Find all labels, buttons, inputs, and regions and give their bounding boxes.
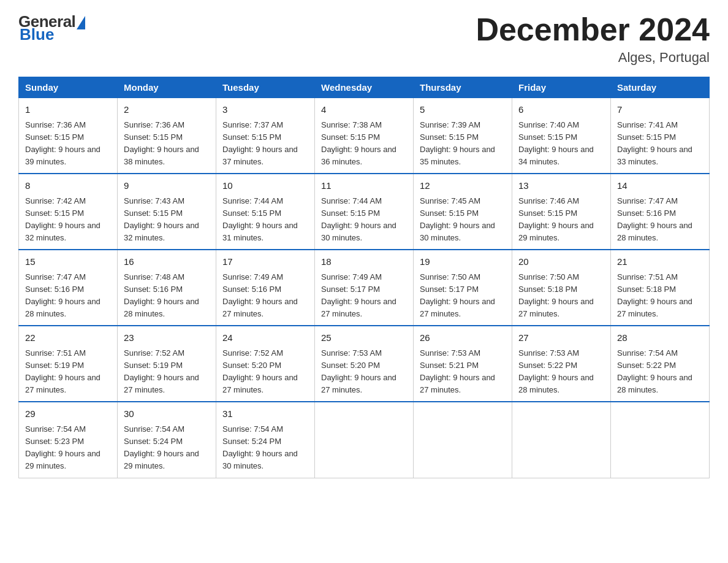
- calendar-cell: 30 Sunrise: 7:54 AMSunset: 5:24 PMDaylig…: [118, 402, 216, 478]
- sunrise-info: Sunrise: 7:54 AMSunset: 5:24 PMDaylight:…: [124, 424, 199, 470]
- day-number: 21: [617, 255, 703, 269]
- sunrise-info: Sunrise: 7:46 AMSunset: 5:15 PMDaylight:…: [518, 196, 594, 242]
- weekday-header-friday: Friday: [512, 77, 611, 98]
- calendar-week-row: 8 Sunrise: 7:42 AMSunset: 5:15 PMDayligh…: [19, 174, 710, 250]
- calendar-cell: 27 Sunrise: 7:53 AMSunset: 5:22 PMDaylig…: [512, 326, 611, 402]
- logo-triangle-icon: [77, 16, 85, 29]
- day-number: 15: [25, 255, 111, 269]
- calendar-cell: 24 Sunrise: 7:52 AMSunset: 5:20 PMDaylig…: [216, 326, 315, 402]
- calendar-cell: 3 Sunrise: 7:37 AMSunset: 5:15 PMDayligh…: [216, 98, 315, 174]
- sunrise-info: Sunrise: 7:51 AMSunset: 5:19 PMDaylight:…: [25, 348, 100, 394]
- day-number: 9: [124, 179, 210, 193]
- sunrise-info: Sunrise: 7:38 AMSunset: 5:15 PMDaylight:…: [321, 120, 396, 166]
- sunrise-info: Sunrise: 7:41 AMSunset: 5:15 PMDaylight:…: [617, 120, 692, 166]
- calendar-cell: 9 Sunrise: 7:43 AMSunset: 5:15 PMDayligh…: [118, 174, 216, 250]
- weekday-header-tuesday: Tuesday: [216, 77, 315, 98]
- weekday-header-thursday: Thursday: [414, 77, 512, 98]
- calendar-cell: 18 Sunrise: 7:49 AMSunset: 5:17 PMDaylig…: [315, 250, 414, 326]
- sunrise-info: Sunrise: 7:53 AMSunset: 5:22 PMDaylight:…: [518, 348, 594, 394]
- sunrise-info: Sunrise: 7:52 AMSunset: 5:19 PMDaylight:…: [124, 348, 199, 394]
- day-number: 2: [124, 103, 210, 117]
- page-header: General Blue December 2024 Alges, Portug…: [18, 12, 710, 66]
- calendar-cell: 19 Sunrise: 7:50 AMSunset: 5:17 PMDaylig…: [414, 250, 512, 326]
- calendar-cell: 6 Sunrise: 7:40 AMSunset: 5:15 PMDayligh…: [512, 98, 611, 174]
- calendar-cell: 14 Sunrise: 7:47 AMSunset: 5:16 PMDaylig…: [611, 174, 710, 250]
- day-number: 10: [222, 179, 308, 193]
- calendar-week-row: 29 Sunrise: 7:54 AMSunset: 5:23 PMDaylig…: [19, 402, 710, 478]
- sunrise-info: Sunrise: 7:36 AMSunset: 5:15 PMDaylight:…: [124, 120, 199, 166]
- day-number: 20: [518, 255, 604, 269]
- day-number: 14: [617, 179, 703, 193]
- sunrise-info: Sunrise: 7:54 AMSunset: 5:23 PMDaylight:…: [25, 424, 100, 470]
- day-number: 28: [617, 331, 703, 345]
- day-number: 23: [124, 331, 210, 345]
- calendar-cell: 20 Sunrise: 7:50 AMSunset: 5:18 PMDaylig…: [512, 250, 611, 326]
- sunrise-info: Sunrise: 7:44 AMSunset: 5:15 PMDaylight:…: [222, 196, 298, 242]
- title-block: December 2024 Alges, Portugal: [476, 12, 710, 66]
- calendar-cell: [315, 402, 414, 478]
- day-number: 7: [617, 103, 703, 117]
- day-number: 26: [420, 331, 506, 345]
- sunrise-info: Sunrise: 7:47 AMSunset: 5:16 PMDaylight:…: [25, 272, 100, 318]
- day-number: 18: [321, 255, 407, 269]
- sunrise-info: Sunrise: 7:54 AMSunset: 5:22 PMDaylight:…: [617, 348, 692, 394]
- day-number: 30: [124, 407, 210, 421]
- calendar-cell: 15 Sunrise: 7:47 AMSunset: 5:16 PMDaylig…: [19, 250, 118, 326]
- calendar-cell: 23 Sunrise: 7:52 AMSunset: 5:19 PMDaylig…: [118, 326, 216, 402]
- sunrise-info: Sunrise: 7:53 AMSunset: 5:21 PMDaylight:…: [420, 348, 495, 394]
- calendar-cell: 10 Sunrise: 7:44 AMSunset: 5:15 PMDaylig…: [216, 174, 315, 250]
- calendar-cell: 26 Sunrise: 7:53 AMSunset: 5:21 PMDaylig…: [414, 326, 512, 402]
- day-number: 3: [222, 103, 308, 117]
- sunrise-info: Sunrise: 7:50 AMSunset: 5:18 PMDaylight:…: [518, 272, 594, 318]
- day-number: 24: [222, 331, 308, 345]
- calendar-week-row: 22 Sunrise: 7:51 AMSunset: 5:19 PMDaylig…: [19, 326, 710, 402]
- day-number: 16: [124, 255, 210, 269]
- weekday-header-saturday: Saturday: [611, 77, 710, 98]
- day-number: 1: [25, 103, 111, 117]
- calendar-cell: 2 Sunrise: 7:36 AMSunset: 5:15 PMDayligh…: [118, 98, 216, 174]
- calendar-cell: 17 Sunrise: 7:49 AMSunset: 5:16 PMDaylig…: [216, 250, 315, 326]
- calendar-cell: [611, 402, 710, 478]
- sunrise-info: Sunrise: 7:49 AMSunset: 5:16 PMDaylight:…: [222, 272, 298, 318]
- sunrise-info: Sunrise: 7:53 AMSunset: 5:20 PMDaylight:…: [321, 348, 396, 394]
- day-number: 31: [222, 407, 308, 421]
- sunrise-info: Sunrise: 7:36 AMSunset: 5:15 PMDaylight:…: [25, 120, 100, 166]
- calendar-week-row: 1 Sunrise: 7:36 AMSunset: 5:15 PMDayligh…: [19, 98, 710, 174]
- day-number: 8: [25, 179, 111, 193]
- calendar-cell: 7 Sunrise: 7:41 AMSunset: 5:15 PMDayligh…: [611, 98, 710, 174]
- calendar-cell: 22 Sunrise: 7:51 AMSunset: 5:19 PMDaylig…: [19, 326, 118, 402]
- sunrise-info: Sunrise: 7:45 AMSunset: 5:15 PMDaylight:…: [420, 196, 495, 242]
- sunrise-info: Sunrise: 7:52 AMSunset: 5:20 PMDaylight:…: [222, 348, 298, 394]
- month-title: December 2024: [476, 12, 710, 47]
- calendar-cell: 1 Sunrise: 7:36 AMSunset: 5:15 PMDayligh…: [19, 98, 118, 174]
- day-number: 6: [518, 103, 604, 117]
- day-number: 4: [321, 103, 407, 117]
- calendar-cell: 4 Sunrise: 7:38 AMSunset: 5:15 PMDayligh…: [315, 98, 414, 174]
- day-number: 13: [518, 179, 604, 193]
- day-number: 27: [518, 331, 604, 345]
- sunrise-info: Sunrise: 7:49 AMSunset: 5:17 PMDaylight:…: [321, 272, 396, 318]
- sunrise-info: Sunrise: 7:54 AMSunset: 5:24 PMDaylight:…: [222, 424, 298, 470]
- weekday-header-wednesday: Wednesday: [315, 77, 414, 98]
- calendar-table: SundayMondayTuesdayWednesdayThursdayFrid…: [18, 77, 710, 478]
- sunrise-info: Sunrise: 7:51 AMSunset: 5:18 PMDaylight:…: [617, 272, 692, 318]
- sunrise-info: Sunrise: 7:47 AMSunset: 5:16 PMDaylight:…: [617, 196, 692, 242]
- calendar-cell: [414, 402, 512, 478]
- day-number: 22: [25, 331, 111, 345]
- location-text: Alges, Portugal: [476, 50, 710, 66]
- weekday-header-monday: Monday: [118, 77, 216, 98]
- sunrise-info: Sunrise: 7:37 AMSunset: 5:15 PMDaylight:…: [222, 120, 298, 166]
- calendar-cell: 25 Sunrise: 7:53 AMSunset: 5:20 PMDaylig…: [315, 326, 414, 402]
- day-number: 19: [420, 255, 506, 269]
- calendar-cell: 12 Sunrise: 7:45 AMSunset: 5:15 PMDaylig…: [414, 174, 512, 250]
- weekday-header-row: SundayMondayTuesdayWednesdayThursdayFrid…: [19, 77, 710, 98]
- day-number: 11: [321, 179, 407, 193]
- calendar-cell: [512, 402, 611, 478]
- calendar-cell: 5 Sunrise: 7:39 AMSunset: 5:15 PMDayligh…: [414, 98, 512, 174]
- day-number: 25: [321, 331, 407, 345]
- calendar-cell: 16 Sunrise: 7:48 AMSunset: 5:16 PMDaylig…: [118, 250, 216, 326]
- calendar-cell: 13 Sunrise: 7:46 AMSunset: 5:15 PMDaylig…: [512, 174, 611, 250]
- day-number: 12: [420, 179, 506, 193]
- calendar-cell: 31 Sunrise: 7:54 AMSunset: 5:24 PMDaylig…: [216, 402, 315, 478]
- logo: General Blue: [18, 12, 85, 44]
